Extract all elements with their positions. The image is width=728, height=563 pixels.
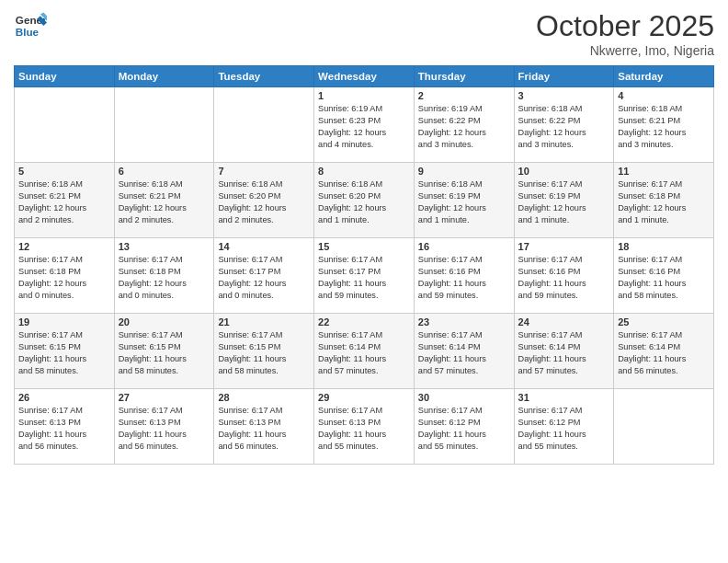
header-cell-friday: Friday <box>514 66 614 87</box>
day-info: Sunrise: 6:17 AM Sunset: 6:18 PM Dayligh… <box>618 178 710 226</box>
calendar-cell: 10Sunrise: 6:17 AM Sunset: 6:19 PM Dayli… <box>514 163 614 238</box>
day-info: Sunrise: 6:17 AM Sunset: 6:19 PM Dayligh… <box>518 178 610 226</box>
calendar-cell: 21Sunrise: 6:17 AM Sunset: 6:15 PM Dayli… <box>214 314 314 389</box>
calendar-cell: 15Sunrise: 6:17 AM Sunset: 6:17 PM Dayli… <box>314 238 415 314</box>
day-number: 14 <box>218 241 310 252</box>
calendar-cell: 30Sunrise: 6:17 AM Sunset: 6:12 PM Dayli… <box>414 389 514 465</box>
day-number: 13 <box>119 241 210 252</box>
calendar-cell: 3Sunrise: 6:18 AM Sunset: 6:22 PM Daylig… <box>514 87 614 163</box>
svg-text:Blue: Blue <box>16 26 40 38</box>
calendar-cell <box>614 389 714 465</box>
day-number: 3 <box>518 90 610 101</box>
calendar-cell: 7Sunrise: 6:18 AM Sunset: 6:20 PM Daylig… <box>214 163 314 238</box>
day-number: 18 <box>618 241 710 252</box>
calendar-cell: 28Sunrise: 6:17 AM Sunset: 6:13 PM Dayli… <box>214 389 314 465</box>
day-number: 31 <box>518 392 610 403</box>
calendar-week-5: 26Sunrise: 6:17 AM Sunset: 6:13 PM Dayli… <box>15 389 714 465</box>
day-number: 24 <box>518 316 610 327</box>
calendar-cell: 2Sunrise: 6:19 AM Sunset: 6:22 PM Daylig… <box>414 87 514 163</box>
calendar-cell: 14Sunrise: 6:17 AM Sunset: 6:17 PM Dayli… <box>214 238 314 314</box>
day-number: 16 <box>418 241 510 252</box>
day-number: 8 <box>318 166 410 177</box>
day-info: Sunrise: 6:17 AM Sunset: 6:14 PM Dayligh… <box>418 329 510 377</box>
day-number: 11 <box>618 166 710 177</box>
day-info: Sunrise: 6:17 AM Sunset: 6:14 PM Dayligh… <box>618 329 710 377</box>
calendar-cell: 23Sunrise: 6:17 AM Sunset: 6:14 PM Dayli… <box>414 314 514 389</box>
day-number: 21 <box>218 316 310 327</box>
day-info: Sunrise: 6:17 AM Sunset: 6:12 PM Dayligh… <box>418 405 510 453</box>
header-cell-thursday: Thursday <box>414 66 514 87</box>
logo-icon: General Blue <box>14 9 47 42</box>
day-info: Sunrise: 6:18 AM Sunset: 6:21 PM Dayligh… <box>119 178 210 226</box>
day-number: 23 <box>418 316 510 327</box>
day-number: 7 <box>218 166 310 177</box>
calendar-cell: 13Sunrise: 6:17 AM Sunset: 6:18 PM Dayli… <box>114 238 214 314</box>
calendar-cell: 5Sunrise: 6:18 AM Sunset: 6:21 PM Daylig… <box>15 163 115 238</box>
day-info: Sunrise: 6:18 AM Sunset: 6:21 PM Dayligh… <box>18 178 110 226</box>
calendar-cell: 1Sunrise: 6:19 AM Sunset: 6:23 PM Daylig… <box>314 87 415 163</box>
day-info: Sunrise: 6:17 AM Sunset: 6:14 PM Dayligh… <box>518 329 610 377</box>
calendar-cell <box>114 87 214 163</box>
day-number: 29 <box>318 392 410 403</box>
day-number: 22 <box>318 316 410 327</box>
day-info: Sunrise: 6:18 AM Sunset: 6:20 PM Dayligh… <box>318 178 410 226</box>
day-number: 20 <box>119 316 210 327</box>
day-number: 5 <box>18 166 110 177</box>
calendar-cell: 16Sunrise: 6:17 AM Sunset: 6:16 PM Dayli… <box>414 238 514 314</box>
day-info: Sunrise: 6:17 AM Sunset: 6:13 PM Dayligh… <box>119 405 210 453</box>
logo: General Blue <box>14 9 47 42</box>
calendar-cell: 19Sunrise: 6:17 AM Sunset: 6:15 PM Dayli… <box>15 314 115 389</box>
day-info: Sunrise: 6:17 AM Sunset: 6:16 PM Dayligh… <box>518 254 610 302</box>
header-cell-sunday: Sunday <box>15 66 115 87</box>
day-info: Sunrise: 6:17 AM Sunset: 6:15 PM Dayligh… <box>119 329 210 377</box>
day-info: Sunrise: 6:17 AM Sunset: 6:17 PM Dayligh… <box>218 254 310 302</box>
day-info: Sunrise: 6:17 AM Sunset: 6:14 PM Dayligh… <box>318 329 410 377</box>
calendar-cell: 12Sunrise: 6:17 AM Sunset: 6:18 PM Dayli… <box>15 238 115 314</box>
day-info: Sunrise: 6:17 AM Sunset: 6:18 PM Dayligh… <box>18 254 110 302</box>
calendar-cell: 6Sunrise: 6:18 AM Sunset: 6:21 PM Daylig… <box>114 163 214 238</box>
day-info: Sunrise: 6:17 AM Sunset: 6:17 PM Dayligh… <box>318 254 410 302</box>
day-info: Sunrise: 6:18 AM Sunset: 6:21 PM Dayligh… <box>618 103 710 151</box>
day-number: 6 <box>119 166 210 177</box>
calendar-cell: 25Sunrise: 6:17 AM Sunset: 6:14 PM Dayli… <box>614 314 714 389</box>
calendar-cell: 8Sunrise: 6:18 AM Sunset: 6:20 PM Daylig… <box>314 163 415 238</box>
day-number: 4 <box>618 90 710 101</box>
day-number: 30 <box>418 392 510 403</box>
header-cell-saturday: Saturday <box>614 66 714 87</box>
day-info: Sunrise: 6:19 AM Sunset: 6:23 PM Dayligh… <box>318 103 410 151</box>
day-info: Sunrise: 6:18 AM Sunset: 6:19 PM Dayligh… <box>418 178 510 226</box>
day-info: Sunrise: 6:17 AM Sunset: 6:18 PM Dayligh… <box>119 254 210 302</box>
page-header: General Blue October 2025 Nkwerre, Imo, … <box>14 9 714 58</box>
day-info: Sunrise: 6:17 AM Sunset: 6:15 PM Dayligh… <box>18 329 110 377</box>
title-block: October 2025 Nkwerre, Imo, Nigeria <box>536 9 714 58</box>
calendar-cell: 17Sunrise: 6:17 AM Sunset: 6:16 PM Dayli… <box>514 238 614 314</box>
calendar-body: 1Sunrise: 6:19 AM Sunset: 6:23 PM Daylig… <box>15 87 714 465</box>
day-info: Sunrise: 6:17 AM Sunset: 6:13 PM Dayligh… <box>218 405 310 453</box>
calendar-cell: 20Sunrise: 6:17 AM Sunset: 6:15 PM Dayli… <box>114 314 214 389</box>
calendar-week-3: 12Sunrise: 6:17 AM Sunset: 6:18 PM Dayli… <box>15 238 714 314</box>
day-number: 25 <box>618 316 710 327</box>
day-info: Sunrise: 6:18 AM Sunset: 6:20 PM Dayligh… <box>218 178 310 226</box>
header-cell-wednesday: Wednesday <box>314 66 415 87</box>
day-number: 17 <box>518 241 610 252</box>
location-subtitle: Nkwerre, Imo, Nigeria <box>536 43 714 58</box>
day-number: 9 <box>418 166 510 177</box>
day-info: Sunrise: 6:17 AM Sunset: 6:16 PM Dayligh… <box>418 254 510 302</box>
day-info: Sunrise: 6:17 AM Sunset: 6:13 PM Dayligh… <box>318 405 410 453</box>
calendar-cell: 27Sunrise: 6:17 AM Sunset: 6:13 PM Dayli… <box>114 389 214 465</box>
calendar-cell: 18Sunrise: 6:17 AM Sunset: 6:16 PM Dayli… <box>614 238 714 314</box>
page-container: General Blue October 2025 Nkwerre, Imo, … <box>0 0 728 474</box>
day-info: Sunrise: 6:17 AM Sunset: 6:12 PM Dayligh… <box>518 405 610 453</box>
header-cell-tuesday: Tuesday <box>214 66 314 87</box>
day-number: 15 <box>318 241 410 252</box>
calendar-week-1: 1Sunrise: 6:19 AM Sunset: 6:23 PM Daylig… <box>15 87 714 163</box>
day-number: 12 <box>18 241 110 252</box>
day-info: Sunrise: 6:18 AM Sunset: 6:22 PM Dayligh… <box>518 103 610 151</box>
calendar-cell: 29Sunrise: 6:17 AM Sunset: 6:13 PM Dayli… <box>314 389 415 465</box>
header-cell-monday: Monday <box>114 66 214 87</box>
calendar-week-2: 5Sunrise: 6:18 AM Sunset: 6:21 PM Daylig… <box>15 163 714 238</box>
calendar-cell: 24Sunrise: 6:17 AM Sunset: 6:14 PM Dayli… <box>514 314 614 389</box>
calendar-cell: 26Sunrise: 6:17 AM Sunset: 6:13 PM Dayli… <box>15 389 115 465</box>
day-number: 27 <box>119 392 210 403</box>
calendar-cell <box>15 87 115 163</box>
